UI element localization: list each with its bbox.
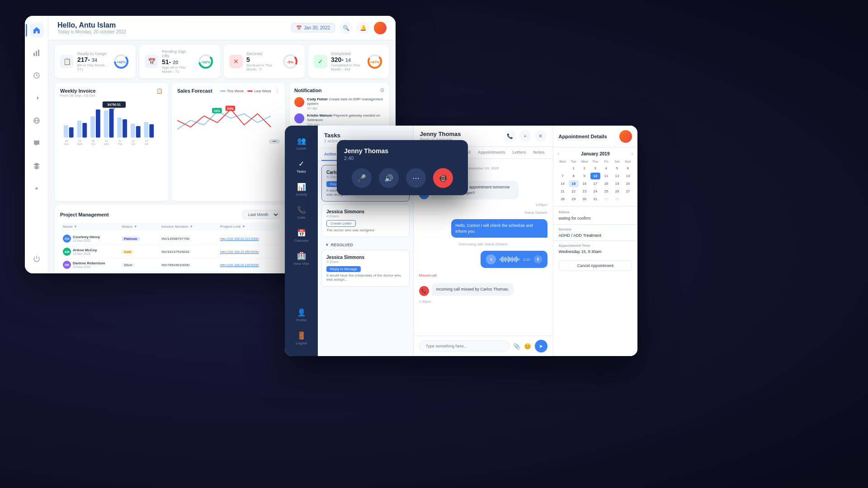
resolved-label: RESOLVED [331,243,353,247]
task-item-jessica[interactable]: Jessica Simmons 4:20am Create Letter The… [321,204,409,237]
cal-day[interactable]: 1 [569,165,579,172]
svg-rect-32 [123,119,127,137]
cal-day[interactable]: 16 [580,180,590,187]
cal-day[interactable]: 25 [601,196,611,202]
tab-notes[interactable]: Notes [530,147,548,159]
cal-day[interactable]: 9 [580,173,590,179]
sales-chart-menu[interactable]: ⋮ [275,88,280,94]
chat-text-input[interactable] [419,341,509,352]
sidebar-arrow-icon[interactable] [29,91,44,105]
tab-letters[interactable]: Letters [509,147,530,159]
cal-day[interactable]: 29 [569,196,579,202]
hangup-btn[interactable]: 📵 [433,168,453,188]
call-duration: 2:40 [344,155,461,161]
task-action-r1[interactable]: Reply to Mesage [326,266,361,272]
user-avatar[interactable] [374,22,387,34]
cal-day[interactable]: 6 [623,165,633,172]
svg-rect-2 [38,50,39,56]
cal-day[interactable]: 31 [590,196,600,202]
sidebar-globe-icon[interactable] [29,113,44,128]
cal-next-btn[interactable]: › [632,151,633,156]
cal-day[interactable]: 4 [601,165,611,172]
voice-pause-btn[interactable]: ⏸ [486,254,496,264]
sidebar-chat-icon[interactable] [29,136,44,150]
attachment-icon[interactable]: 📎 [513,343,520,350]
cal-day[interactable]: 3 [590,165,600,172]
row-name-1: CH Courtney Henry 12 Nov 2022 [63,235,120,243]
mute-btn[interactable]: 🎤 [352,168,372,188]
emoji-icon[interactable]: 😊 [524,343,531,350]
sidebar-layers-icon[interactable] [29,159,44,173]
cal-day[interactable]: 12 [612,173,622,179]
stat-label-2: Pending Sign Offs [162,49,193,58]
cal-day[interactable]: 20 [623,180,633,187]
project-period-select[interactable]: Last Month This Month [242,210,280,219]
row-status-3: Silver [122,263,160,267]
sidebar-home-icon[interactable] [29,23,44,38]
cal-day[interactable]: 18 [601,180,611,187]
cal-day[interactable]: 2 [580,165,590,172]
cal-day-today[interactable]: 10 [590,173,600,179]
tab-appointments[interactable]: Appointments [474,147,509,159]
crm-nav-calls[interactable]: 📞 Calls [287,202,316,223]
task-item-resolved-jessica[interactable]: Jessica Simmons 4:20am Reply to Mesage I… [321,250,409,286]
notification-btn[interactable]: 🔔 [357,22,369,34]
cal-day[interactable]: 17 [590,180,600,187]
cal-day[interactable]: 5 [612,165,622,172]
cal-day[interactable]: 13 [623,173,633,179]
sidebar-power-icon[interactable] [29,252,44,266]
voice-download-btn[interactable]: ⬇ [534,255,542,263]
row-status-2: Gold [122,250,160,254]
row-link-2[interactable]: http://192.168.20.250:5000/ [220,250,277,253]
cal-prev-btn[interactable]: ‹ [558,151,559,156]
phone-icon-btn[interactable]: 📞 [504,130,516,142]
speaker-btn[interactable]: 🔊 [379,168,399,188]
crm-nav-profile[interactable]: 👤 Profile [287,305,316,326]
crm-nav-logout[interactable]: 🚪 Logout [287,328,316,349]
cal-day[interactable]: 21 [558,188,568,195]
more-options-btn[interactable]: ⋯ [406,168,426,188]
cal-day[interactable]: 11 [601,173,611,179]
cal-nav: ‹ January 2019 › [558,151,633,156]
row-link-1[interactable]: http://192.168.20.212:5000/ [220,237,277,240]
chart-menu-icon[interactable]: 📋 [156,88,163,94]
resolved-header[interactable]: ▼ RESOLVED [321,240,409,250]
sidebar-clock-icon[interactable] [29,68,44,83]
col-link: Project Link ▼ [220,225,277,229]
crm-nav-activity[interactable]: 📊 Activity [287,179,316,200]
add-icon-btn[interactable]: + [519,130,531,142]
task-action-2[interactable]: Create Letter [326,220,356,227]
crm-nav-new-visit[interactable]: 🏥 New Visit [287,248,316,269]
cal-day-selected[interactable]: 15 [569,180,579,187]
search-btn[interactable]: 🔍 [340,22,352,34]
sidebar-chart-icon[interactable] [29,46,44,60]
crm-nav-tasks[interactable]: ✓ Tasks [287,156,316,177]
cal-day[interactable]: 22 [569,188,579,195]
stat-ring-3: -5% [281,52,299,70]
cal-day[interactable]: 7 [558,173,568,179]
notif-settings-icon[interactable]: ⚙ [380,87,385,94]
cal-day[interactable] [558,165,568,172]
crm-nav-calendar[interactable]: 📅 Calendar [287,225,316,246]
cal-day[interactable]: 23 [580,188,590,195]
cal-day[interactable]: 27 [623,188,633,195]
sidebar-settings-icon[interactable] [29,181,44,196]
cal-day[interactable]: 14 [558,180,568,187]
cal-day[interactable]: 24 [590,188,600,195]
col-status: Status ▼ [122,225,160,229]
row-link-3[interactable]: http://192.168.20.120:5000/ [220,263,277,267]
cal-day[interactable]: 8 [569,173,579,179]
cal-day[interactable]: 26 [612,196,622,202]
cal-day[interactable]: 25 [601,188,611,195]
cal-day[interactable]: 26 [612,188,622,195]
cancel-appointment-btn[interactable]: Cancel Appointment [559,260,632,271]
cal-day[interactable] [623,196,633,202]
cal-day[interactable]: 30 [580,196,590,202]
crm-nav-leads[interactable]: 👥 Leads [287,133,316,154]
close-icon-btn[interactable]: ✕ [535,130,547,142]
cal-day[interactable]: 28 [558,196,568,202]
cal-day[interactable]: 19 [612,180,622,187]
sales-chart-toggle[interactable]: ━━ [269,139,280,144]
send-btn[interactable]: ➤ [535,340,547,352]
stat-sub-3: Declined in This Month - 5 [246,63,278,71]
